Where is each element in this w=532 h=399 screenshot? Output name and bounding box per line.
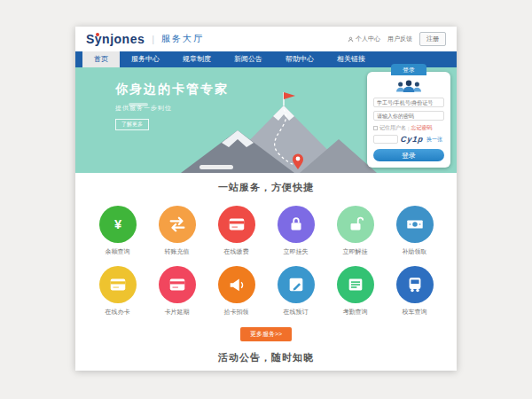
users-group-icon (394, 79, 424, 94)
header-links: 个人中心 用户反馈 注册 (348, 32, 446, 46)
svg-text:¥: ¥ (113, 217, 121, 231)
service-item[interactable]: 补助领取 (385, 200, 444, 261)
edit-icon (278, 266, 315, 303)
list-icon (337, 266, 374, 303)
banknote-icon (396, 206, 434, 243)
username-input[interactable] (373, 98, 444, 107)
brand-text: Synjones (86, 32, 145, 46)
hero-text: 你身边的卡管专家 提供服务一步到位 了解更多 (115, 82, 229, 130)
remember-row: 记住用户名 | 忘记密码 (373, 124, 444, 132)
unlock-icon (337, 206, 374, 243)
user-icon (348, 36, 354, 43)
transfer-icon (159, 206, 196, 243)
service-item[interactable]: 在线预订 (266, 261, 325, 321)
cloud-shape (200, 165, 233, 169)
service-item[interactable]: 在线办卡 (88, 261, 147, 321)
site-name: 服务大厅 (161, 33, 204, 45)
nav-item[interactable]: 规章制度 (171, 51, 223, 67)
nav-item[interactable]: 相关链接 (325, 51, 377, 67)
services-grid: ¥余额查询转账充值在线缴费立即挂失立即解挂补助领取在线办卡卡片延期拾卡招领在线预… (88, 200, 444, 321)
login-submit-button[interactable]: 登录 (373, 149, 444, 161)
service-label: 拾卡招领 (207, 308, 266, 317)
nav-item[interactable]: 首页 (82, 51, 120, 67)
remember-label: 记住用户名 (379, 124, 406, 132)
nav-item[interactable]: 服务中心 (120, 51, 171, 67)
announcements-section: 活动公告，随时知晓 使用须知 最新公告 更多>> 使用指南 更多>> (75, 341, 457, 371)
card-icon (99, 266, 137, 303)
pipe-divider: | (408, 126, 410, 131)
service-item[interactable]: 考勤查询 (325, 261, 385, 321)
change-captcha-link[interactable]: 换一张 (426, 136, 442, 144)
hero-title: 你身边的卡管专家 (115, 82, 229, 98)
service-label: 考勤查询 (325, 308, 385, 317)
forgot-password-link[interactable]: 忘记密码 (411, 124, 433, 132)
service-item[interactable]: 校车查询 (385, 261, 444, 321)
logo-dot-icon (96, 33, 99, 36)
services-title: 一站服务，方便快捷 (75, 181, 457, 194)
hero-subtitle: 提供服务一步到位 (115, 104, 229, 113)
megaphone-icon (218, 266, 255, 303)
service-label: 补助领取 (385, 247, 444, 256)
captcha-image[interactable]: Cy1p (400, 135, 424, 144)
service-item[interactable]: 在线缴费 (207, 200, 266, 261)
service-item[interactable]: 转账充值 (147, 200, 207, 261)
service-label: 卡片延期 (147, 308, 207, 317)
service-label: 转账充值 (147, 247, 207, 256)
service-label: 校车查询 (385, 308, 444, 317)
login-tab[interactable]: 登录 (391, 64, 426, 75)
card-icon (159, 266, 196, 303)
service-label: 在线预订 (266, 308, 325, 317)
personal-center-link[interactable]: 个人中心 (348, 35, 380, 43)
nav-item[interactable]: 帮助中心 (274, 51, 325, 67)
announcements-title: 活动公告，随时知晓 (75, 351, 457, 364)
card-icon (218, 206, 255, 243)
service-item[interactable]: 拾卡招领 (207, 261, 266, 321)
service-item[interactable]: 卡片延期 (147, 261, 207, 321)
hero-banner: 你身边的卡管专家 提供服务一步到位 了解更多 登录 (75, 67, 457, 173)
hero-cta-button[interactable]: 了解更多 (115, 119, 149, 130)
service-item[interactable]: 立即挂失 (266, 200, 325, 261)
password-input[interactable] (373, 111, 444, 121)
user-feedback-link[interactable]: 用户反馈 (387, 35, 412, 43)
register-button[interactable]: 注册 (419, 32, 446, 46)
service-label: 立即挂失 (266, 247, 325, 256)
login-panel: 登录 记住用户名 | 忘记密码 Cy1p 换一张 登录 (367, 72, 450, 168)
services-section: 一站服务，方便快捷 ¥余额查询转账充值在线缴费立即挂失立即解挂补助领取在线办卡卡… (75, 173, 457, 341)
personal-center-label: 个人中心 (356, 35, 380, 43)
remember-checkbox[interactable] (373, 126, 378, 130)
yen-icon: ¥ (99, 206, 137, 243)
service-item[interactable]: 立即解挂 (325, 200, 385, 261)
brand-logo[interactable]: Synjones (86, 32, 145, 46)
service-label: 立即解挂 (325, 247, 385, 256)
captcha-input[interactable] (373, 135, 398, 144)
captcha-row: Cy1p 换一张 (373, 135, 444, 144)
bus-icon (396, 266, 434, 303)
top-header: Synjones | 服务大厅 个人中心 用户反馈 注册 (75, 27, 457, 51)
service-label: 在线缴费 (207, 247, 266, 256)
logo-divider: | (152, 34, 154, 44)
lock-icon (278, 206, 315, 243)
user-feedback-label: 用户反馈 (387, 35, 412, 43)
more-services-button[interactable]: 更多服务>> (240, 327, 292, 341)
service-label: 在线办卡 (88, 308, 147, 317)
website-screenshot: Synjones | 服务大厅 个人中心 用户反馈 注册 首页服务中心规章制度新… (75, 27, 457, 371)
nav-item[interactable]: 新闻公告 (223, 51, 274, 67)
service-item[interactable]: ¥余额查询 (88, 200, 147, 261)
service-label: 余额查询 (88, 247, 147, 256)
